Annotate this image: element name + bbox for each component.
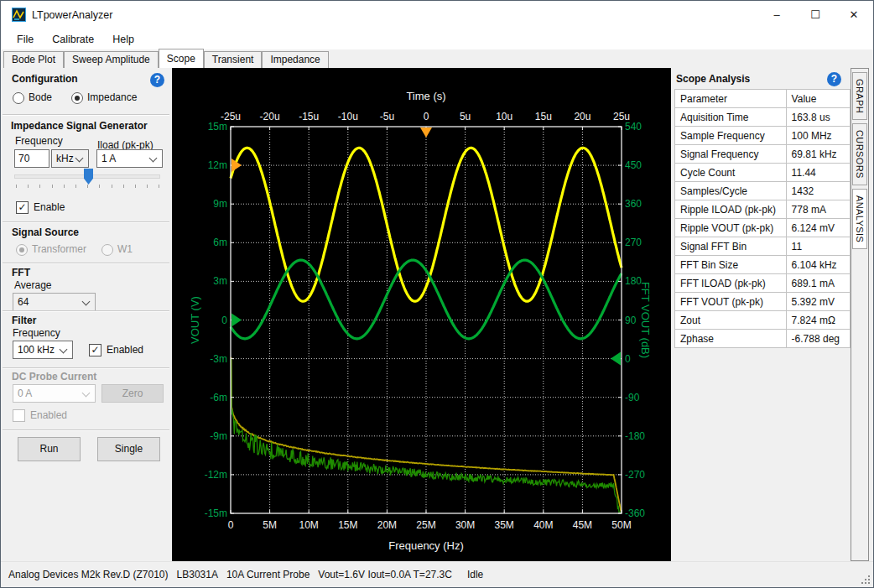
fft-title: FFT — [12, 267, 30, 278]
scope-plot[interactable]: Time (s)Frequency (Hz)VOUT (V)FFT VOUT (… — [172, 68, 671, 561]
single-button[interactable]: Single — [97, 437, 160, 461]
parameter-cell: Zphase — [675, 330, 787, 348]
w1-radio-label: W1 — [117, 243, 133, 255]
separator — [3, 263, 169, 264]
table-row[interactable]: Zout7.824 mΩ — [675, 311, 851, 330]
table-row[interactable]: Cycle Count11.44 — [675, 164, 851, 182]
side-tab-analysis[interactable]: ANALYSIS — [852, 189, 867, 249]
parameter-cell: Cycle Count — [675, 164, 787, 182]
configuration-help-icon[interactable]: ? — [150, 73, 164, 87]
status-board: LB3031A — [177, 569, 218, 580]
svg-text:50M: 50M — [611, 519, 631, 531]
table-row[interactable]: Ripple ILOAD (pk-pk)778 mA — [675, 200, 851, 219]
svg-text:5u: 5u — [460, 111, 471, 122]
side-tab-cursors[interactable]: CURSORS — [852, 123, 867, 185]
svg-text:FFT VOUT (dB): FFT VOUT (dB) — [639, 282, 652, 358]
impedance-radio-label[interactable]: Impedance — [87, 91, 137, 103]
table-row[interactable]: Zphase-6.788 deg — [675, 330, 851, 348]
value-cell: 6.124 mV — [786, 219, 850, 237]
tab-bode-plot[interactable]: Bode Plot — [3, 51, 64, 68]
generator-frequency-label: Frequency — [15, 135, 63, 147]
value-cell: 163.8 us — [786, 108, 850, 127]
parameter-cell: FFT ILOAD (pk-pk) — [675, 274, 787, 293]
tab-impedance[interactable]: Impedance — [262, 51, 328, 68]
bode-radio-label[interactable]: Bode — [29, 91, 52, 103]
table-row[interactable]: Signal Frequency69.81 kHz — [675, 145, 851, 164]
svg-text:-9m: -9m — [210, 430, 227, 442]
w1-radio — [101, 244, 113, 256]
side-tab-graph[interactable]: GRAPH — [852, 72, 867, 120]
filter-frequency-select[interactable]: 100 kHz — [13, 341, 73, 359]
menu-help[interactable]: Help — [103, 31, 143, 48]
chevron-down-icon — [60, 346, 68, 354]
impedance-radio[interactable] — [71, 92, 83, 104]
dc-probe-enabled-checkbox — [13, 409, 25, 422]
close-button[interactable]: ✕ — [835, 1, 873, 29]
parameter-cell: FFT Bin Size — [675, 256, 787, 274]
svg-text:20u: 20u — [574, 111, 590, 122]
svg-text:5M: 5M — [263, 519, 277, 531]
maximize-button[interactable]: ☐ — [796, 1, 835, 29]
table-row[interactable]: FFT ILOAD (pk-pk)689.1 mA — [675, 274, 851, 293]
fft-average-value: 64 — [18, 296, 29, 308]
svg-text:Time (s): Time (s) — [406, 90, 445, 102]
table-row[interactable]: Sample Frequency100 MHz — [675, 127, 851, 145]
svg-text:-20u: -20u — [260, 111, 280, 122]
table-row[interactable]: FFT VOUT (pk-pk)5.392 mV — [675, 293, 851, 311]
tab-sweep-amplitude[interactable]: Sweep Amplitude — [64, 51, 159, 68]
table-row[interactable]: FFT Bin Size6.104 kHz — [675, 256, 851, 274]
chevron-down-icon — [82, 298, 91, 306]
analysis-help-icon[interactable]: ? — [827, 72, 841, 86]
svg-text:540: 540 — [625, 121, 642, 133]
title-bar: LTpowerAnalyzer – ☐ ✕ — [1, 1, 873, 29]
iload-select[interactable]: 1 A — [96, 149, 163, 168]
enable-checkbox-label[interactable]: Enable — [34, 201, 65, 213]
signal-source-title: Signal Source — [12, 226, 79, 238]
svg-text:15m: 15m — [208, 121, 227, 133]
table-row[interactable]: Signal FFT Bin11 — [675, 237, 851, 256]
run-button[interactable]: Run — [18, 437, 81, 461]
svg-text:360: 360 — [625, 198, 642, 210]
parameter-column-header: Parameter — [675, 90, 787, 108]
svg-text:15M: 15M — [338, 519, 357, 531]
svg-text:0: 0 — [625, 353, 631, 365]
frequency-input[interactable] — [14, 149, 49, 168]
status-state: Idle — [467, 569, 483, 580]
svg-text:-15m: -15m — [205, 507, 227, 519]
dc-probe-enabled-label: Enabled — [30, 409, 67, 421]
filter-enabled-label[interactable]: Enabled — [107, 344, 143, 356]
dc-probe-current-select: 0 A — [13, 384, 96, 403]
svg-text:15u: 15u — [535, 111, 552, 122]
table-row[interactable]: Aquisition Time163.8 us — [675, 108, 851, 127]
table-row[interactable]: Ripple VOUT (pk-pk)6.124 mV — [675, 219, 851, 237]
amplitude-slider-handle[interactable] — [84, 169, 93, 185]
tab-transient[interactable]: Transient — [204, 51, 263, 68]
parameter-cell: Signal FFT Bin — [675, 237, 787, 256]
frequency-unit-select[interactable]: kHz — [51, 149, 89, 168]
resize-grip[interactable] — [860, 574, 871, 585]
dc-probe-current-value: 0 A — [18, 388, 32, 399]
svg-text:180: 180 — [625, 275, 642, 287]
menu-file[interactable]: File — [8, 31, 43, 48]
separator — [3, 367, 169, 369]
svg-text:40M: 40M — [533, 519, 553, 531]
bode-radio[interactable] — [13, 92, 24, 104]
chevron-down-icon — [82, 389, 91, 398]
filter-enabled-checkbox[interactable]: ✓ — [89, 344, 101, 356]
parameter-cell: Signal Frequency — [675, 145, 787, 164]
fft-average-select[interactable]: 64 — [13, 293, 96, 311]
dc-probe-title: DC Probe Current — [12, 371, 96, 382]
svg-text:-90: -90 — [625, 392, 640, 403]
menu-calibrate[interactable]: Calibrate — [43, 31, 103, 48]
app-icon — [12, 8, 26, 22]
svg-text:450: 450 — [625, 159, 642, 171]
window-title: LTpowerAnalyzer — [32, 9, 112, 21]
table-row[interactable]: Samples/Cycle1432 — [675, 182, 851, 200]
analysis-table-body: Aquisition Time163.8 usSample Frequency1… — [675, 108, 851, 348]
svg-text:35M: 35M — [495, 519, 514, 531]
value-cell: 69.81 kHz — [786, 145, 850, 164]
status-readings: Vout=1.6V Iout=0.0A T=27.3C — [318, 569, 452, 580]
tab-scope[interactable]: Scope — [159, 49, 204, 68]
enable-checkbox[interactable]: ✓ — [16, 201, 29, 214]
minimize-button[interactable]: – — [757, 1, 796, 29]
